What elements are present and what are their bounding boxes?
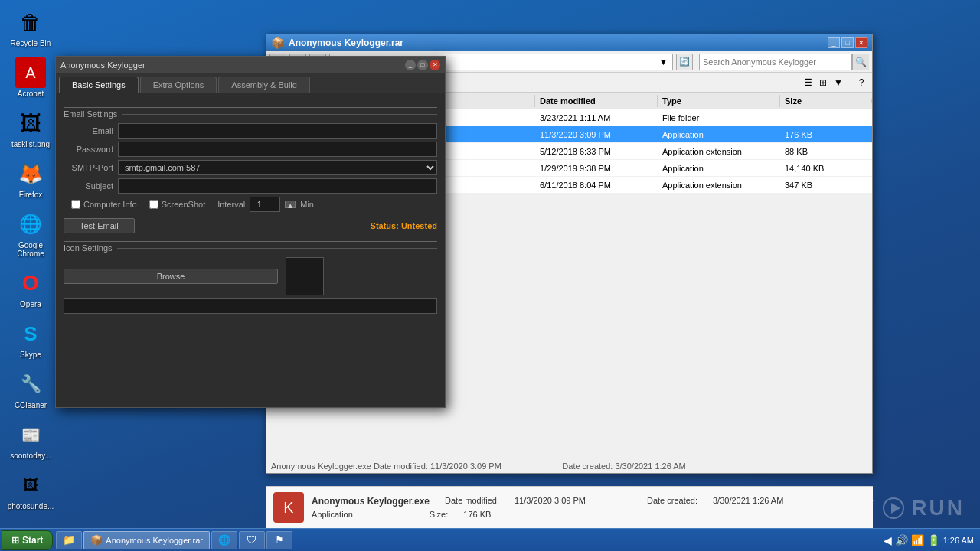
view-details-button[interactable]: ⊞ — [815, 75, 831, 90]
dialog-content: Email Settings Email Password SMTP-Port … — [56, 93, 445, 321]
taskbar-item-chrome[interactable]: 🌐 — [211, 531, 237, 549]
help-button[interactable]: ? — [854, 75, 869, 90]
taskbar-item-flag[interactable]: ⚑ — [266, 531, 292, 549]
rar-minimize-button[interactable]: _ — [828, 37, 840, 48]
interval-input[interactable] — [250, 197, 280, 212]
windows-icon: ⊞ — [11, 535, 19, 546]
rar-window-buttons: _ □ ✕ — [828, 37, 867, 48]
tray-volume-icon[interactable]: 🔊 — [895, 534, 908, 546]
col-size[interactable]: Size — [780, 95, 841, 107]
dialog-titlebar: Anonymous Keylogger _ □ ✕ — [56, 57, 445, 73]
computer-info-label: Computer Info — [83, 200, 137, 209]
preview-info: Anonymous Keylogger.exe Date modified: 1… — [312, 496, 865, 519]
file-type: File folder — [658, 112, 780, 124]
computer-info-checkbox-label[interactable]: Computer Info — [71, 200, 137, 209]
desktop-icon-chrome[interactable]: 🌐 Google Chrome — [4, 206, 57, 261]
dialog-minimize-button[interactable]: _ — [405, 60, 416, 70]
email-input[interactable] — [118, 123, 437, 139]
desktop-icon-tasklist[interactable]: 🖼 tasklist.png — [4, 105, 57, 152]
view-dropdown-button[interactable]: ▼ — [831, 75, 846, 90]
tray-arrow-icon[interactable]: ◀ — [884, 534, 892, 546]
interval-up-button[interactable]: ▲ — [285, 201, 296, 208]
view-list-button[interactable]: ☰ — [800, 75, 815, 90]
screenshot-checkbox-label[interactable]: ScreenShot — [149, 200, 205, 209]
search-button[interactable]: 🔍 — [852, 54, 869, 70]
svg-marker-1 — [891, 503, 900, 514]
app-name-input[interactable] — [64, 298, 437, 314]
taskbar-chrome-icon: 🌐 — [218, 534, 230, 546]
taskbar-item-rar[interactable]: 📦 Anonymous Keylogger.rar — [83, 531, 210, 549]
desktop-icon-acrobat[interactable]: A Acrobat — [4, 54, 57, 101]
file-type: Application — [658, 129, 780, 141]
photosunde-label: photosunde... — [8, 502, 54, 510]
rar-close-button[interactable]: ✕ — [855, 37, 867, 48]
tab-assembly-build-label: Assembly & Build — [231, 80, 297, 90]
address-dropdown-arrow: ▼ — [659, 57, 668, 67]
computer-info-checkbox[interactable] — [71, 200, 80, 209]
tasklist-icon: 🖼 — [15, 108, 46, 139]
desktop-icon-soontoday[interactable]: 📰 soontoday... — [4, 416, 57, 463]
browse-button[interactable]: Browse — [64, 269, 278, 284]
desktop-icon-ccleaner[interactable]: 🔧 CCleaner — [4, 366, 57, 412]
col-type[interactable]: Type — [658, 95, 780, 107]
subject-input[interactable] — [118, 178, 437, 194]
email-label: Email — [64, 126, 113, 135]
system-tray: ◀ 🔊 📶 🔋 1:26 AM — [877, 534, 980, 546]
dialog-close-button[interactable]: ✕ — [430, 60, 440, 70]
test-email-button[interactable]: Test Email — [64, 218, 135, 233]
password-input[interactable] — [118, 142, 437, 157]
col-date[interactable]: Date modified — [535, 95, 658, 107]
status-label: Status: Untested — [371, 221, 437, 230]
keylogger-dialog: Anonymous Keylogger _ □ ✕ Basic Settings… — [55, 56, 446, 408]
browse-label: Browse — [157, 272, 185, 281]
file-type: Application — [658, 162, 780, 174]
tasklist-label: tasklist.png — [11, 140, 50, 148]
taskbar: ⊞ Start 📁 📦 Anonymous Keylogger.rar 🌐 🛡 … — [0, 528, 980, 551]
icon-row: Browse — [64, 257, 437, 295]
smtp-select[interactable]: smtp.gmail.com:587 smtp.gmail.com:465 — [118, 160, 437, 175]
skype-icon: S — [15, 318, 46, 349]
desktop-icon-recycle-bin[interactable]: 🗑 Recycle Bin — [4, 4, 57, 51]
start-button[interactable]: ⊞ Start — [2, 530, 53, 550]
desktop-icon-skype[interactable]: S Skype — [4, 315, 57, 362]
desktop-icon-photosunde[interactable]: 🖼 photosunde... — [4, 467, 57, 514]
file-size: 88 KB — [780, 145, 841, 158]
file-extra — [841, 184, 872, 187]
desktop-icon-opera[interactable]: O Opera — [4, 265, 57, 311]
subject-label: Subject — [64, 181, 113, 191]
desktop-icons: 🗑 Recycle Bin A Acrobat 🖼 tasklist.png 🦊… — [0, 0, 61, 551]
icon-preview — [286, 257, 324, 295]
start-label: Start — [22, 535, 43, 546]
tray-battery-icon[interactable]: 🔋 — [927, 534, 940, 546]
desktop: 🗑 Recycle Bin A Acrobat 🖼 tasklist.png 🦊… — [0, 0, 980, 551]
password-label: Password — [64, 145, 113, 154]
rar-maximize-button[interactable]: □ — [841, 37, 854, 48]
view-buttons: ☰ ⊞ ▼ — [800, 75, 846, 90]
col-type-text: Type — [662, 96, 681, 106]
tab-basic-settings-label: Basic Settings — [72, 80, 126, 90]
soontoday-label: soontoday... — [10, 452, 51, 460]
screenshot-checkbox[interactable] — [149, 200, 158, 209]
col-date-text: Date modified — [540, 96, 596, 106]
tray-network-icon[interactable]: 📶 — [911, 534, 924, 546]
icon-settings-label: Icon Settings — [64, 243, 113, 253]
recycle-bin-icon: 🗑 — [15, 7, 46, 37]
preview-size-label: Size: — [430, 510, 448, 519]
dialog-maximize-button[interactable]: □ — [417, 60, 428, 70]
dialog-title-text: Anonymous Keylogger — [60, 60, 405, 70]
taskbar-item-shield[interactable]: 🛡 — [239, 531, 265, 549]
refresh-button[interactable]: 🔄 — [676, 54, 693, 70]
tab-extra-options[interactable]: Extra Options — [140, 77, 217, 93]
search-input[interactable] — [699, 54, 852, 70]
checkbox-row: Computer Info ScreenShot Interval ▲ Min — [64, 197, 437, 212]
file-date: 5/12/2018 6:33 PM — [535, 145, 658, 158]
tab-basic-settings[interactable]: Basic Settings — [59, 77, 139, 93]
rar-title-text: Anonymous Keylogger.rar — [289, 37, 823, 48]
taskbar-shield-icon: 🛡 — [246, 534, 258, 546]
desktop-icon-firefox[interactable]: 🦊 Firefox — [4, 155, 57, 202]
taskbar-item-folder[interactable]: 📁 — [56, 531, 82, 549]
file-extra — [841, 167, 872, 170]
recycle-bin-label: Recycle Bin — [11, 39, 51, 47]
photosunde-icon: 🖼 — [15, 470, 46, 500]
tab-assembly-build[interactable]: Assembly & Build — [218, 77, 310, 93]
